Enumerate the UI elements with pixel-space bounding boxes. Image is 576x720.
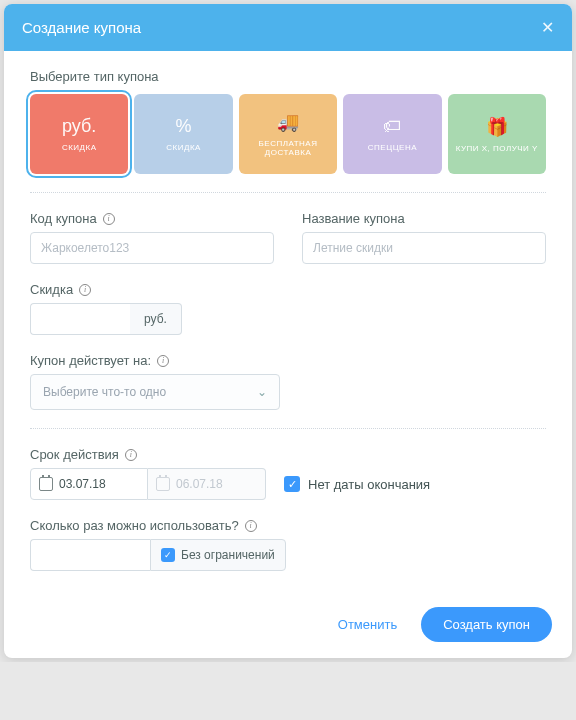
coupon-type-card[interactable]: 🎁КУПИ X, ПОЛУЧИ Y bbox=[448, 94, 546, 174]
info-icon[interactable]: i bbox=[125, 449, 137, 461]
coupon-type-card[interactable]: руб.СКИДКА bbox=[30, 94, 128, 174]
divider bbox=[30, 192, 546, 193]
name-label: Название купона bbox=[302, 211, 405, 226]
coupon-type-icon: 🏷 bbox=[383, 116, 401, 137]
start-date-input[interactable]: 03.07.18 bbox=[30, 468, 148, 500]
usage-input[interactable] bbox=[30, 539, 150, 571]
create-coupon-modal: Создание купона ✕ Выберите тип купона ру… bbox=[4, 4, 572, 658]
end-date-input[interactable]: 06.07.18 bbox=[148, 468, 266, 500]
no-end-date-label: Нет даты окончания bbox=[308, 477, 430, 492]
discount-label: Скидка bbox=[30, 282, 73, 297]
coupon-type-icon: руб. bbox=[62, 116, 96, 137]
usage-field: Сколько раз можно использовать? i ✓ Без … bbox=[30, 518, 546, 571]
date-range: 03.07.18 06.07.18 bbox=[30, 468, 266, 500]
coupon-type-label: СКИДКА bbox=[58, 143, 101, 152]
code-input[interactable] bbox=[30, 232, 274, 264]
calendar-icon bbox=[39, 477, 53, 491]
usage-label: Сколько раз можно использовать? bbox=[30, 518, 239, 533]
modal-footer: Отменить Создать купон bbox=[4, 591, 572, 658]
calendar-icon bbox=[156, 477, 170, 491]
modal-body: Выберите тип купона руб.СКИДКА%СКИДКА🚚БЕ… bbox=[4, 51, 572, 591]
unlimited-checkbox[interactable]: ✓ bbox=[161, 548, 175, 562]
no-end-date-row: ✓ Нет даты окончания bbox=[284, 476, 430, 492]
coupon-type-label: КУПИ X, ПОЛУЧИ Y bbox=[452, 144, 542, 153]
cancel-button[interactable]: Отменить bbox=[324, 609, 411, 640]
coupon-type-icon: 🎁 bbox=[486, 116, 508, 138]
start-date-value: 03.07.18 bbox=[59, 477, 106, 491]
coupon-type-label: БЕСПЛАТНАЯ ДОСТАВКА bbox=[239, 139, 337, 157]
applies-placeholder: Выберите что-то одно bbox=[43, 385, 166, 399]
applies-label: Купон действует на: bbox=[30, 353, 151, 368]
applies-field: Купон действует на: i Выберите что-то од… bbox=[30, 353, 546, 410]
coupon-type-label: СКИДКА bbox=[162, 143, 205, 152]
validity-field: Срок действия i 03.07.18 06.07.18 ✓ Н bbox=[30, 447, 546, 500]
chevron-down-icon: ⌄ bbox=[257, 385, 267, 399]
name-field: Название купона bbox=[302, 211, 546, 264]
info-icon[interactable]: i bbox=[157, 355, 169, 367]
coupon-type-icon: 🚚 bbox=[277, 111, 299, 133]
code-name-row: Код купона i Название купона bbox=[30, 211, 546, 264]
no-end-date-checkbox[interactable]: ✓ bbox=[284, 476, 300, 492]
coupon-type-icon: % bbox=[176, 116, 192, 137]
name-input[interactable] bbox=[302, 232, 546, 264]
divider bbox=[30, 428, 546, 429]
coupon-type-card[interactable]: %СКИДКА bbox=[134, 94, 232, 174]
info-icon[interactable]: i bbox=[103, 213, 115, 225]
discount-input[interactable] bbox=[30, 303, 130, 335]
discount-suffix: руб. bbox=[130, 303, 182, 335]
coupon-type-list: руб.СКИДКА%СКИДКА🚚БЕСПЛАТНАЯ ДОСТАВКА🏷СП… bbox=[30, 94, 546, 174]
modal-header: Создание купона ✕ bbox=[4, 4, 572, 51]
close-icon[interactable]: ✕ bbox=[541, 18, 554, 37]
info-icon[interactable]: i bbox=[79, 284, 91, 296]
info-icon[interactable]: i bbox=[245, 520, 257, 532]
code-field: Код купона i bbox=[30, 211, 274, 264]
unlimited-label: Без ограничений bbox=[181, 548, 275, 562]
discount-field: Скидка i руб. bbox=[30, 282, 546, 335]
submit-button[interactable]: Создать купон bbox=[421, 607, 552, 642]
end-date-value: 06.07.18 bbox=[176, 477, 223, 491]
type-section-label: Выберите тип купона bbox=[30, 69, 546, 84]
code-label: Код купона bbox=[30, 211, 97, 226]
applies-select[interactable]: Выберите что-то одно ⌄ bbox=[30, 374, 280, 410]
validity-label: Срок действия bbox=[30, 447, 119, 462]
unlimited-suffix: ✓ Без ограничений bbox=[150, 539, 286, 571]
modal-title: Создание купона bbox=[22, 19, 141, 36]
coupon-type-card[interactable]: 🚚БЕСПЛАТНАЯ ДОСТАВКА bbox=[239, 94, 337, 174]
coupon-type-label: СПЕЦЦЕНА bbox=[364, 143, 421, 152]
coupon-type-card[interactable]: 🏷СПЕЦЦЕНА bbox=[343, 94, 441, 174]
